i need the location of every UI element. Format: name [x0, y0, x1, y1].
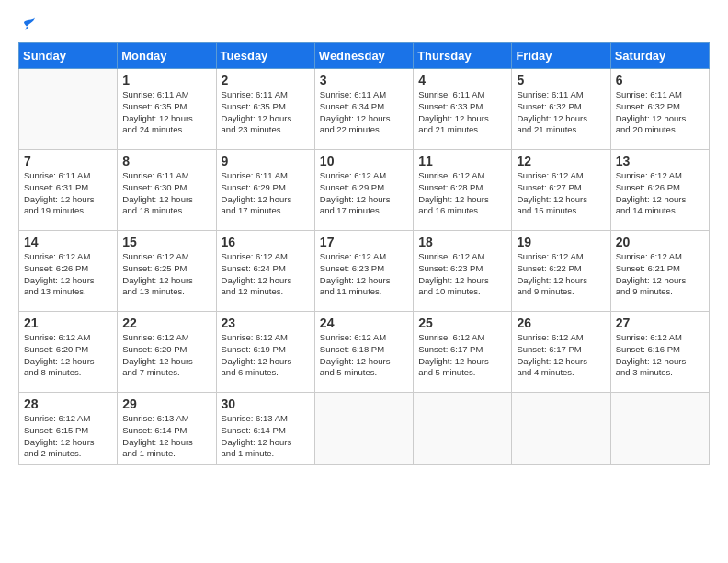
calendar-cell: 19Sunrise: 6:12 AM Sunset: 6:22 PM Dayli…: [512, 231, 610, 312]
calendar-cell: 22Sunrise: 6:12 AM Sunset: 6:20 PM Dayli…: [118, 312, 216, 393]
calendar-cell: 26Sunrise: 6:12 AM Sunset: 6:17 PM Dayli…: [512, 312, 610, 393]
day-info: Sunrise: 6:12 AM Sunset: 6:17 PM Dayligh…: [418, 332, 506, 379]
day-number: 12: [517, 154, 605, 168]
day-number: 25: [418, 316, 506, 330]
weekday-header-wednesday: Wednesday: [314, 43, 413, 69]
day-info: Sunrise: 6:12 AM Sunset: 6:20 PM Dayligh…: [24, 332, 112, 379]
calendar-cell: 2Sunrise: 6:11 AM Sunset: 6:35 PM Daylig…: [216, 69, 314, 150]
calendar-cell: [19, 69, 118, 150]
day-info: Sunrise: 6:13 AM Sunset: 6:14 PM Dayligh…: [222, 413, 310, 460]
day-info: Sunrise: 6:11 AM Sunset: 6:35 PM Dayligh…: [222, 89, 310, 136]
day-number: 19: [517, 235, 605, 249]
day-info: Sunrise: 6:13 AM Sunset: 6:14 PM Dayligh…: [122, 413, 210, 460]
calendar-cell: 11Sunrise: 6:12 AM Sunset: 6:28 PM Dayli…: [414, 150, 512, 231]
day-info: Sunrise: 6:11 AM Sunset: 6:31 PM Dayligh…: [24, 170, 112, 217]
week-row-2: 7Sunrise: 6:11 AM Sunset: 6:31 PM Daylig…: [19, 150, 710, 231]
day-number: 8: [122, 154, 210, 168]
header: [18, 17, 710, 33]
day-number: 30: [222, 396, 310, 411]
calendar-table: SundayMondayTuesdayWednesdayThursdayFrid…: [18, 42, 710, 465]
day-info: Sunrise: 6:11 AM Sunset: 6:34 PM Dayligh…: [320, 89, 408, 136]
calendar-cell: 14Sunrise: 6:12 AM Sunset: 6:26 PM Dayli…: [19, 231, 118, 312]
weekday-header-row: SundayMondayTuesdayWednesdayThursdayFrid…: [19, 43, 710, 69]
day-info: Sunrise: 6:11 AM Sunset: 6:29 PM Dayligh…: [222, 170, 310, 217]
day-info: Sunrise: 6:11 AM Sunset: 6:32 PM Dayligh…: [517, 89, 605, 136]
logo-bird-icon: [21, 17, 38, 33]
calendar-cell: 9Sunrise: 6:11 AM Sunset: 6:29 PM Daylig…: [216, 150, 314, 231]
day-number: 6: [616, 73, 704, 87]
day-number: 9: [222, 154, 310, 168]
day-number: 23: [222, 316, 310, 330]
page: SundayMondayTuesdayWednesdayThursdayFrid…: [0, 0, 728, 563]
calendar-cell: 12Sunrise: 6:12 AM Sunset: 6:27 PM Dayli…: [512, 150, 610, 231]
weekday-header-saturday: Saturday: [610, 43, 709, 69]
day-number: 18: [418, 235, 506, 249]
day-info: Sunrise: 6:12 AM Sunset: 6:29 PM Dayligh…: [320, 170, 408, 217]
calendar-cell: 15Sunrise: 6:12 AM Sunset: 6:25 PM Dayli…: [118, 231, 216, 312]
calendar-cell: 18Sunrise: 6:12 AM Sunset: 6:23 PM Dayli…: [414, 231, 512, 312]
weekday-header-monday: Monday: [118, 43, 216, 69]
day-info: Sunrise: 6:11 AM Sunset: 6:35 PM Dayligh…: [122, 89, 210, 136]
calendar-cell: 4Sunrise: 6:11 AM Sunset: 6:33 PM Daylig…: [414, 69, 512, 150]
calendar-cell: 16Sunrise: 6:12 AM Sunset: 6:24 PM Dayli…: [216, 231, 314, 312]
calendar-cell: 6Sunrise: 6:11 AM Sunset: 6:32 PM Daylig…: [610, 69, 709, 150]
logo-area: [18, 17, 40, 33]
day-info: Sunrise: 6:12 AM Sunset: 6:26 PM Dayligh…: [24, 251, 112, 298]
day-number: 4: [418, 73, 506, 87]
weekday-header-tuesday: Tuesday: [216, 43, 314, 69]
day-number: 17: [320, 235, 408, 249]
day-info: Sunrise: 6:11 AM Sunset: 6:33 PM Dayligh…: [418, 89, 506, 136]
day-info: Sunrise: 6:12 AM Sunset: 6:26 PM Dayligh…: [616, 170, 704, 217]
week-row-3: 14Sunrise: 6:12 AM Sunset: 6:26 PM Dayli…: [19, 231, 710, 312]
day-info: Sunrise: 6:12 AM Sunset: 6:18 PM Dayligh…: [320, 332, 408, 379]
day-info: Sunrise: 6:12 AM Sunset: 6:22 PM Dayligh…: [517, 251, 605, 298]
calendar-cell: 21Sunrise: 6:12 AM Sunset: 6:20 PM Dayli…: [19, 312, 118, 393]
day-info: Sunrise: 6:12 AM Sunset: 6:27 PM Dayligh…: [517, 170, 605, 217]
day-number: 21: [24, 316, 112, 330]
calendar-cell: 8Sunrise: 6:11 AM Sunset: 6:30 PM Daylig…: [118, 150, 216, 231]
calendar-cell: [414, 393, 512, 465]
calendar-cell: [314, 393, 413, 465]
calendar-cell: 5Sunrise: 6:11 AM Sunset: 6:32 PM Daylig…: [512, 69, 610, 150]
weekday-header-friday: Friday: [512, 43, 610, 69]
day-number: 13: [616, 154, 704, 168]
calendar-cell: 20Sunrise: 6:12 AM Sunset: 6:21 PM Dayli…: [610, 231, 709, 312]
calendar-cell: 7Sunrise: 6:11 AM Sunset: 6:31 PM Daylig…: [19, 150, 118, 231]
day-info: Sunrise: 6:12 AM Sunset: 6:23 PM Dayligh…: [418, 251, 506, 298]
week-row-5: 28Sunrise: 6:12 AM Sunset: 6:15 PM Dayli…: [19, 393, 710, 465]
day-info: Sunrise: 6:12 AM Sunset: 6:23 PM Dayligh…: [320, 251, 408, 298]
calendar-cell: 25Sunrise: 6:12 AM Sunset: 6:17 PM Dayli…: [414, 312, 512, 393]
day-info: Sunrise: 6:11 AM Sunset: 6:32 PM Dayligh…: [616, 89, 704, 136]
day-number: 24: [320, 316, 408, 330]
day-number: 15: [122, 235, 210, 249]
day-number: 5: [517, 73, 605, 87]
day-number: 20: [616, 235, 704, 249]
week-row-4: 21Sunrise: 6:12 AM Sunset: 6:20 PM Dayli…: [19, 312, 710, 393]
calendar-cell: 24Sunrise: 6:12 AM Sunset: 6:18 PM Dayli…: [314, 312, 413, 393]
day-info: Sunrise: 6:12 AM Sunset: 6:19 PM Dayligh…: [222, 332, 310, 379]
calendar-cell: 28Sunrise: 6:12 AM Sunset: 6:15 PM Dayli…: [19, 393, 118, 465]
day-info: Sunrise: 6:12 AM Sunset: 6:21 PM Dayligh…: [616, 251, 704, 298]
day-number: 27: [616, 316, 704, 330]
day-number: 2: [222, 73, 310, 87]
calendar-cell: 17Sunrise: 6:12 AM Sunset: 6:23 PM Dayli…: [314, 231, 413, 312]
day-number: 28: [24, 396, 112, 411]
calendar-cell: 29Sunrise: 6:13 AM Sunset: 6:14 PM Dayli…: [118, 393, 216, 465]
calendar-cell: 30Sunrise: 6:13 AM Sunset: 6:14 PM Dayli…: [216, 393, 314, 465]
day-number: 26: [517, 316, 605, 330]
calendar-cell: [610, 393, 709, 465]
calendar-cell: 1Sunrise: 6:11 AM Sunset: 6:35 PM Daylig…: [118, 69, 216, 150]
day-number: 7: [24, 154, 112, 168]
day-number: 10: [320, 154, 408, 168]
calendar-cell: 3Sunrise: 6:11 AM Sunset: 6:34 PM Daylig…: [314, 69, 413, 150]
day-number: 11: [418, 154, 506, 168]
day-number: 29: [122, 396, 210, 411]
calendar-cell: 13Sunrise: 6:12 AM Sunset: 6:26 PM Dayli…: [610, 150, 709, 231]
day-info: Sunrise: 6:12 AM Sunset: 6:28 PM Dayligh…: [418, 170, 506, 217]
day-number: 16: [222, 235, 310, 249]
logo: [18, 17, 40, 33]
day-info: Sunrise: 6:12 AM Sunset: 6:17 PM Dayligh…: [517, 332, 605, 379]
day-number: 1: [122, 73, 210, 87]
day-info: Sunrise: 6:12 AM Sunset: 6:15 PM Dayligh…: [24, 413, 112, 460]
day-number: 22: [122, 316, 210, 330]
